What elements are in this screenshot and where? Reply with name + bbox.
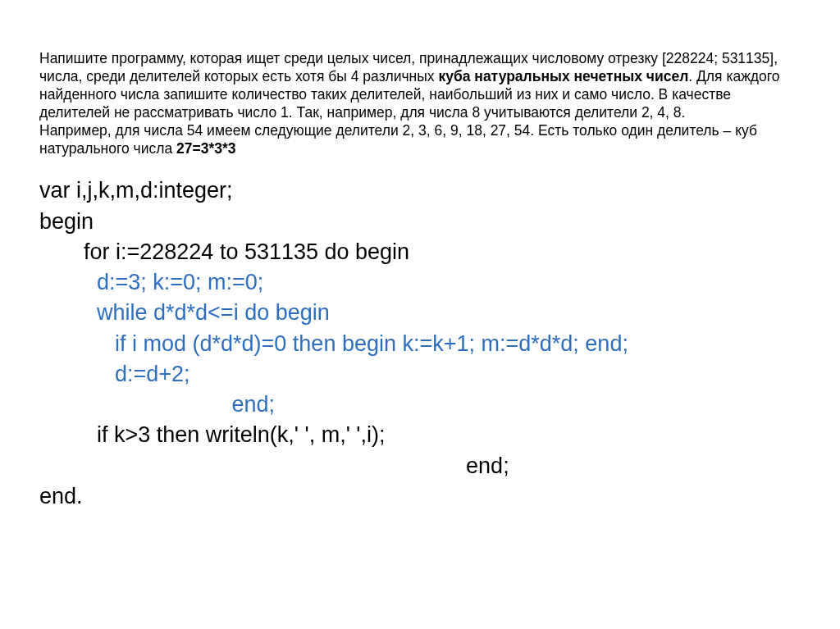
problem-statement: Напишите программу, которая ищет среди ц… [39, 49, 801, 157]
code-line-10: end; [39, 451, 801, 481]
code-line-2: begin [39, 207, 801, 237]
code-block: var i,j,k,m,d:integer; begin for i:=2282… [39, 175, 801, 512]
problem-text-2a: Например, для числа 54 имеем следующие д… [39, 122, 757, 157]
code-line-3: for i:=228224 to 531135 do begin [39, 237, 801, 267]
code-line-6: if i mod (d*d*d)=0 then begin k:=k+1; m:… [39, 329, 801, 359]
code-line-11: end. [39, 481, 801, 512]
code-line-7: d:=d+2; [39, 359, 801, 390]
code-line-8: end; [39, 390, 801, 420]
code-line-1: var i,j,k,m,d:integer; [39, 175, 801, 206]
problem-text-bold2: 27=3*3*3 [176, 140, 236, 157]
code-line-9: if k>3 then writeln(k,' ', m,' ',i); [39, 420, 801, 450]
code-line-4: d:=3; k:=0; m:=0; [39, 267, 801, 298]
problem-text-bold1: куба натуральных нечетных чисел [438, 68, 688, 84]
code-line-5: while d*d*d<=i do begin [39, 298, 801, 328]
document-page: Напишите программу, которая ищет среди ц… [0, 0, 840, 545]
